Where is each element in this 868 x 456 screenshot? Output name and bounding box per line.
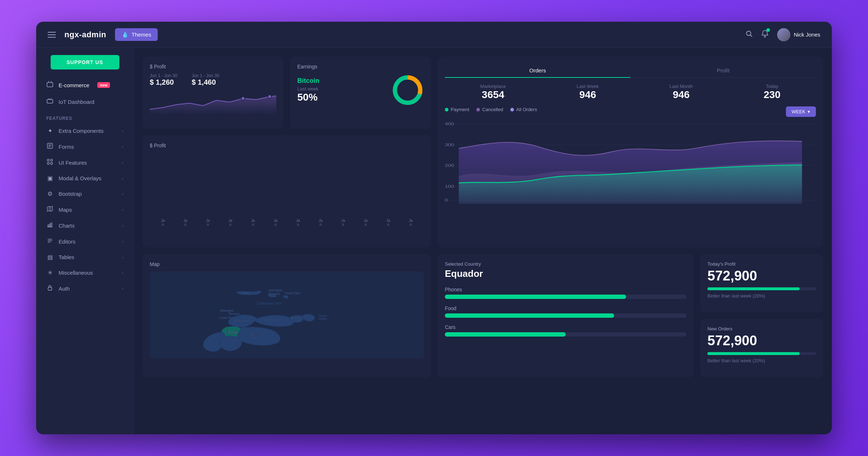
sidebar-item-maps[interactable]: Maps ‹ <box>36 202 133 218</box>
bar-label-7: Jan <box>296 219 300 227</box>
stat-lastmonth: Last Month 946 <box>669 84 693 101</box>
stat-lastweek: Last Week 946 <box>576 84 599 101</box>
legend-allorders: All Orders <box>510 107 537 112</box>
coin-name: Bitcoin <box>297 77 319 85</box>
lastweek-val: 946 <box>576 89 599 101</box>
cancelled-dot <box>476 108 480 111</box>
profit-date1-label: Jun 1 - Jun 30 <box>150 73 177 78</box>
svg-rect-14 <box>47 162 49 164</box>
header-left: ngx-admin 💧 Themes <box>48 28 745 41</box>
svg-text:Colombia: Colombia <box>235 319 249 323</box>
donut-chart <box>391 74 424 106</box>
sidebar-item-editors[interactable]: Editors ‹ <box>36 233 133 249</box>
sidebar-item-extra[interactable]: ✦ Extra Components ‹ <box>36 123 133 139</box>
sidebar-label-ecommerce: E-commerce <box>59 82 89 88</box>
support-button[interactable]: SUPPORT US <box>51 55 119 69</box>
phones-label: Phones <box>445 287 686 292</box>
bar-label-10: Jan <box>364 219 368 227</box>
misc-icon: ✳ <box>46 269 54 276</box>
svg-text:Suriname: Suriname <box>303 314 315 318</box>
search-icon[interactable] <box>745 30 753 39</box>
food-label: Food <box>445 305 686 311</box>
earnings-text: Bitcoin Last week 50% <box>297 77 319 103</box>
sidebar-item-ecommerce[interactable]: E-commerce new <box>36 77 133 93</box>
svg-rect-20 <box>48 225 49 227</box>
bar-col-7: Jan <box>289 217 307 227</box>
profit-line-chart <box>150 89 276 115</box>
new-orders-note: Better than last week (20%) <box>707 358 816 363</box>
notification-icon[interactable] <box>761 30 769 39</box>
sidebar-item-bootstrap[interactable]: ⚙ Bootstrap ‹ <box>36 186 133 202</box>
bar-col-8: Jan <box>311 217 330 227</box>
sidebar: SUPPORT US E-commerce new <box>36 48 134 434</box>
new-orders-card: New Orders 572,900 Better than last week… <box>700 319 823 377</box>
sidebar-item-misc[interactable]: ✳ Miscellaneous ‹ <box>36 265 133 280</box>
arrow-icon: ‹ <box>122 160 123 165</box>
themes-icon: 💧 <box>122 31 129 38</box>
svg-text:Guiana: Guiana <box>319 317 328 320</box>
map-card: Map Cuba <box>142 254 431 377</box>
svg-rect-22 <box>51 223 52 227</box>
editors-icon <box>46 238 54 245</box>
themes-button[interactable]: 💧 Themes <box>115 28 158 41</box>
map-title: Map <box>150 261 424 267</box>
sidebar-item-modal[interactable]: ▣ Modal & Overlays ‹ <box>36 170 133 186</box>
earnings-inner: Bitcoin Last week 50% <box>297 74 424 106</box>
new-orders-bar-fill <box>707 352 800 355</box>
profit-card-title: $ Profit <box>150 64 276 69</box>
sidebar-item-auth[interactable]: Auth ‹ <box>36 280 133 296</box>
maps-icon <box>46 206 54 213</box>
sidebar-item-iot[interactable]: IoT Dashboard <box>36 93 133 110</box>
bar-col-12: Jan <box>401 217 420 227</box>
bar-label-8: Jan <box>319 219 323 227</box>
sidebar-item-tables[interactable]: ▤ Tables ‹ <box>36 249 133 265</box>
bar-chart-card: $ Profit Jan Jan Jan <box>142 135 431 248</box>
svg-rect-4 <box>47 100 53 103</box>
bar-label-4: Jan <box>229 219 233 227</box>
svg-rect-15 <box>51 162 52 164</box>
orders-legend: Payment Cancelled All Orders <box>445 107 537 112</box>
svg-text:300: 300 <box>445 143 454 147</box>
arrow-icon: ‹ <box>122 192 123 196</box>
sidebar-label-bootstrap: Bootstrap <box>59 191 82 197</box>
main-layout: SUPPORT US E-commerce new <box>36 48 832 434</box>
arrow-icon: ‹ <box>122 223 123 228</box>
sidebar-item-ui[interactable]: UI Features ‹ <box>36 155 133 170</box>
svg-marker-16 <box>47 206 52 211</box>
marketplace-val: 3654 <box>480 89 506 101</box>
svg-text:Costa Rica: Costa Rica <box>220 316 234 320</box>
tab-orders[interactable]: Orders <box>445 64 630 78</box>
auth-icon <box>46 285 54 292</box>
svg-text:Cuba: Cuba <box>242 291 250 295</box>
earnings-title: Earnings <box>297 64 424 69</box>
bar-col-10: Jan <box>356 217 375 227</box>
allorders-label: All Orders <box>516 107 537 112</box>
modal-icon: ▣ <box>46 175 54 182</box>
svg-rect-13 <box>51 159 52 161</box>
main-window: ngx-admin 💧 Themes <box>36 22 832 434</box>
week-button[interactable]: WEEK ▾ <box>786 106 816 117</box>
notification-badge <box>766 28 770 32</box>
cars-bar-fill <box>445 332 566 337</box>
tab-profit[interactable]: Profit <box>630 64 816 78</box>
today-val: 230 <box>763 89 780 101</box>
sidebar-item-charts[interactable]: Charts ‹ <box>36 218 133 233</box>
user-menu[interactable]: Nick Jones <box>777 28 820 41</box>
sidebar-item-forms[interactable]: Forms ‹ <box>36 139 133 155</box>
forms-icon <box>46 143 54 150</box>
earnings-card: Earnings Bitcoin Last week 50% <box>290 56 431 129</box>
payment-dot <box>445 108 448 111</box>
stat-today: Today 230 <box>763 84 780 101</box>
features-section-label: FEATURES <box>36 110 133 123</box>
arrow-icon: ‹ <box>122 286 123 291</box>
bar-col-1: Jan <box>153 217 172 227</box>
legend-payment: Payment <box>445 107 469 112</box>
bar-label-3: Jan <box>206 219 210 227</box>
svg-rect-26 <box>48 287 52 290</box>
hamburger-button[interactable] <box>48 32 56 38</box>
allorders-dot <box>510 108 514 111</box>
svg-text:Puerto Rico: Puerto Rico <box>285 291 301 295</box>
week-dropdown-icon: ▾ <box>808 109 810 114</box>
sidebar-label-modal: Modal & Overlays <box>59 175 101 181</box>
orders-legend-row: Payment Cancelled All Orders <box>445 106 816 117</box>
